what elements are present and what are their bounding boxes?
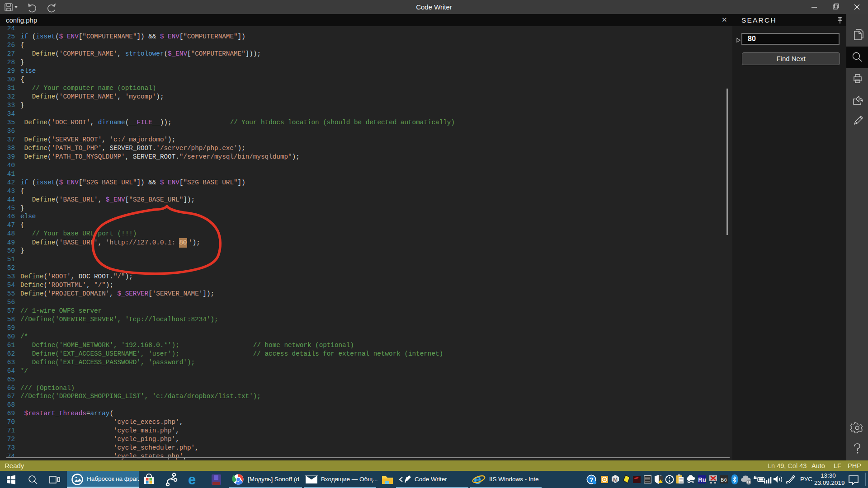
svg-text:Ru: Ru [698, 476, 706, 483]
svg-text:Бб: Бб [721, 477, 727, 483]
svg-text:M: M [613, 477, 618, 483]
